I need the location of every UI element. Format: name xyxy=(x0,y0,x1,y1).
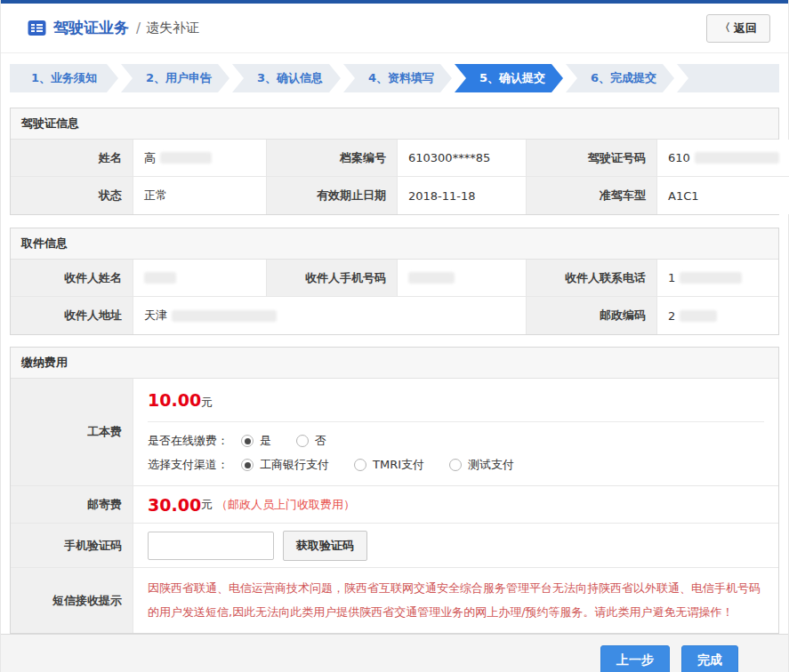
postal-code-redaction xyxy=(680,310,717,322)
radio-unchecked-icon[interactable] xyxy=(296,435,309,447)
header: 驾驶证业务 / 遗失补证 〈 返回 xyxy=(1,4,788,53)
sms-tip-text: 因陕西省联通、电信运营商技术问题，陕西省互联网交通安全综合服务管理平台无法向持陕… xyxy=(148,577,764,624)
recipient-mobile-value xyxy=(398,260,527,297)
pickup-info-section-title: 取件信息 xyxy=(11,228,778,260)
recipient-phone-redaction xyxy=(680,272,742,284)
pay-channel-option-icbc[interactable]: 工商银行支付 xyxy=(241,457,329,473)
production-fee-unit: 元 xyxy=(201,396,213,409)
sms-code-cell: 获取验证码 xyxy=(133,524,778,568)
pickup-info-section: 取件信息 收件人姓名 收件人手机号码 收件人联系电话 1 收件人地址 天津 邮政… xyxy=(10,228,779,335)
footer-action-bar: 上一步 完成 xyxy=(1,634,788,672)
postage-label: 邮寄费 xyxy=(11,486,133,524)
back-button-label: 返回 xyxy=(734,20,757,36)
name-label: 姓名 xyxy=(11,140,133,177)
recipient-mobile-redaction xyxy=(408,272,455,284)
recipient-name-label: 收件人姓名 xyxy=(11,260,133,297)
name-value: 高 xyxy=(133,140,267,177)
expiry-label: 有效期止日期 xyxy=(267,177,398,214)
breadcrumb-separator: / xyxy=(136,20,141,36)
online-pay-option-yes[interactable]: 是 xyxy=(241,433,271,449)
online-pay-label: 是否在线缴费： xyxy=(148,433,229,449)
back-button[interactable]: 〈 返回 xyxy=(706,14,770,43)
online-pay-option-no[interactable]: 否 xyxy=(296,433,326,449)
fees-section: 缴纳费用 工本费 10.00元 是否在线缴费： 是 xyxy=(10,347,779,634)
sms-code-label: 手机验证码 xyxy=(11,524,133,568)
recipient-address-value: 天津 xyxy=(133,297,527,334)
license-info-section-title: 驾驶证信息 xyxy=(11,108,778,140)
recipient-phone-label: 收件人联系电话 xyxy=(527,260,657,297)
status-value: 正常 xyxy=(133,177,267,214)
step-breadcrumb: 1、业务须知 2、用户申告 3、确认信息 4、资料填写 5、确认提交 6、完成提… xyxy=(10,64,779,92)
postal-code-value: 2 xyxy=(657,297,778,334)
step-5-confirm-submit[interactable]: 5、确认提交 xyxy=(455,64,563,92)
radio-unchecked-icon[interactable] xyxy=(449,459,462,471)
production-fee-amount: 10.00 xyxy=(148,390,201,410)
production-fee-cell: 10.00元 是否在线缴费： 是 否 xyxy=(133,379,778,486)
recipient-mobile-label: 收件人手机号码 xyxy=(267,260,398,297)
postage-unit: 元 xyxy=(201,497,213,513)
pay-channel-label: 选择支付渠道： xyxy=(148,457,229,473)
page: 驾驶证业务 / 遗失补证 〈 返回 1、业务须知 2、用户申告 3、确认信息 4… xyxy=(0,0,789,672)
step-4-fill-data[interactable]: 4、资料填写 xyxy=(343,64,452,92)
license-no-redaction xyxy=(695,152,779,164)
recipient-name-redaction xyxy=(144,272,176,284)
step-2-user-declaration[interactable]: 2、用户申告 xyxy=(121,64,229,92)
radio-unchecked-icon[interactable] xyxy=(354,459,366,471)
online-pay-option-row: 是否在线缴费： 是 否 xyxy=(148,433,764,449)
pay-channel-option-row: 选择支付渠道： 工商银行支付 TMRI支付 测试支付 xyxy=(148,457,764,473)
name-redaction xyxy=(160,152,212,164)
sms-tip-label: 短信接收提示 xyxy=(11,568,133,633)
postage-amount: 30.00 xyxy=(148,495,201,515)
get-code-button[interactable]: 获取验证码 xyxy=(283,531,367,561)
license-info-section: 驾驶证信息 姓名 高 档案编号 610300****85 驾驶证号码 610 状… xyxy=(10,108,779,215)
sms-code-input[interactable] xyxy=(148,532,274,560)
back-chevron-icon: 〈 xyxy=(720,20,730,36)
recipient-phone-value: 1 xyxy=(657,260,778,297)
step-1-business-notice[interactable]: 1、业务须知 xyxy=(10,64,118,92)
license-no-value: 610 xyxy=(657,140,789,177)
recipient-address-redaction xyxy=(172,310,277,322)
production-fee-label: 工本费 xyxy=(11,379,133,486)
sms-tip-cell: 因陕西省联通、电信运营商技术问题，陕西省互联网交通安全综合服务管理平台无法向持陕… xyxy=(133,568,778,633)
file-no-label: 档案编号 xyxy=(267,140,398,177)
license-list-icon xyxy=(28,19,46,37)
postage-note: （邮政人员上门收取费用） xyxy=(216,497,355,513)
postal-code-label: 邮政编码 xyxy=(527,297,657,334)
expiry-value: 2018-11-18 xyxy=(398,177,527,214)
radio-checked-icon[interactable] xyxy=(241,459,254,471)
postage-value: 30.00元 （邮政人员上门收取费用） xyxy=(133,486,778,524)
status-label: 状态 xyxy=(11,177,133,214)
finish-button[interactable]: 完成 xyxy=(681,645,738,672)
license-no-label: 驾驶证号码 xyxy=(527,140,657,177)
radio-checked-icon[interactable] xyxy=(241,435,254,447)
recipient-name-value xyxy=(133,260,267,297)
step-breadcrumb-filler xyxy=(677,64,779,92)
fees-section-title: 缴纳费用 xyxy=(11,348,778,379)
breadcrumb-current: 遗失补证 xyxy=(146,20,199,36)
previous-step-button[interactable]: 上一步 xyxy=(600,645,670,672)
recipient-address-label: 收件人地址 xyxy=(11,297,133,334)
vehicle-class-value: A1C1 xyxy=(657,177,789,214)
page-title: 驾驶证业务 xyxy=(53,18,129,38)
file-no-value: 610300****85 xyxy=(398,140,527,177)
pay-channel-option-tmri[interactable]: TMRI支付 xyxy=(354,457,424,473)
step-6-finish-submit[interactable]: 6、完成提交 xyxy=(566,64,674,92)
production-fee-amount-line: 10.00元 xyxy=(148,379,764,422)
vehicle-class-label: 准驾车型 xyxy=(527,177,657,214)
pay-channel-option-test[interactable]: 测试支付 xyxy=(449,457,514,473)
step-3-confirm-info[interactable]: 3、确认信息 xyxy=(232,64,341,92)
